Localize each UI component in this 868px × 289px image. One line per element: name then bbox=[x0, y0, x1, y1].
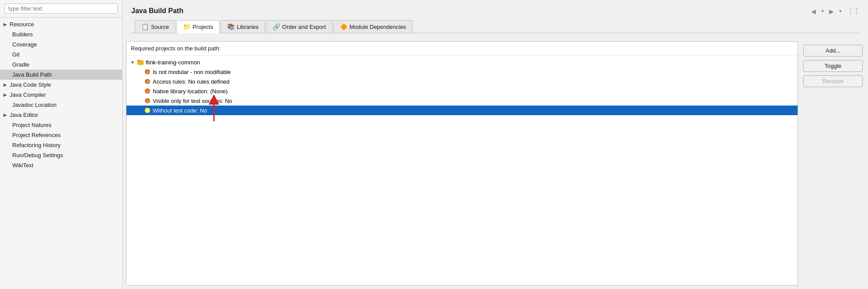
projects-icon: 📁 bbox=[183, 23, 190, 30]
sidebar-item-git[interactable]: Git bbox=[0, 49, 122, 60]
sidebar-item-project-natures[interactable]: Project Natures bbox=[0, 120, 122, 130]
sidebar-item-run-debug-settings[interactable]: Run/Debug Settings bbox=[0, 150, 122, 160]
tab-projects-label: Projects bbox=[192, 24, 213, 30]
tab-projects[interactable]: 📁 Projects bbox=[176, 20, 220, 33]
top-right-nav: ◀ ▼ ▶ ▼ ⋮⋮ bbox=[809, 6, 861, 16]
sidebar-item-label: Gradle bbox=[12, 61, 29, 68]
filter-box bbox=[0, 0, 122, 18]
child-icon-3: J bbox=[144, 97, 151, 104]
sidebar-item-label: Refactoring History bbox=[12, 142, 61, 148]
tab-order-export-label: Order and Export bbox=[282, 24, 326, 30]
page-title: Java Build Path bbox=[131, 7, 859, 15]
back-dropdown-button[interactable]: ▼ bbox=[819, 8, 826, 14]
tree-root-node[interactable]: ▼ flink-training-common bbox=[126, 57, 798, 67]
child-icon-1: J bbox=[144, 78, 151, 85]
child-node-label-1: Access rules: No rules defined bbox=[153, 78, 230, 85]
sidebar-item-resource[interactable]: ▶ Resource bbox=[0, 19, 122, 29]
sidebar-item-label: WikiText bbox=[12, 162, 33, 169]
sidebar-item-refactoring-history[interactable]: Refactoring History bbox=[0, 140, 122, 150]
tab-module-dependencies[interactable]: 🔶 Module Dependencies bbox=[333, 20, 413, 33]
svg-text:J: J bbox=[147, 109, 149, 113]
right-buttons-panel: Add... Toggle Remove bbox=[798, 38, 868, 289]
sidebar-item-label: Coverage bbox=[12, 41, 37, 48]
sidebar-item-label: Project References bbox=[12, 132, 61, 138]
main-content: ◀ ▼ ▶ ▼ ⋮⋮ Java Build Path 📋 Source 📁 Pr… bbox=[122, 0, 868, 289]
panel-area: Required projects on the build path: ▼ f… bbox=[122, 38, 868, 289]
back-button[interactable]: ◀ bbox=[809, 7, 818, 16]
sidebar-item-java-editor[interactable]: ▶ Java Editor bbox=[0, 110, 122, 120]
remove-button[interactable]: Remove bbox=[803, 75, 863, 87]
sidebar-item-coverage[interactable]: Coverage bbox=[0, 39, 122, 49]
sidebar-item-label: Run/Debug Settings bbox=[12, 152, 63, 159]
child-icon-4: J bbox=[144, 107, 151, 114]
sidebar-item-java-build-path[interactable]: Java Build Path bbox=[0, 70, 122, 80]
sidebar-item-label: Project Natures bbox=[12, 122, 52, 128]
forward-dropdown-button[interactable]: ▼ bbox=[836, 8, 844, 14]
sidebar-item-java-code-style[interactable]: ▶ Java Code Style bbox=[0, 80, 122, 90]
add-button[interactable]: Add... bbox=[803, 45, 863, 56]
svg-text:J: J bbox=[147, 89, 149, 94]
svg-text:J: J bbox=[147, 70, 149, 74]
sidebar-item-builders[interactable]: Builders bbox=[0, 29, 122, 39]
sidebar-item-label: Java Code Style bbox=[10, 81, 51, 88]
chevron-right-icon: ▶ bbox=[4, 82, 7, 87]
svg-rect-2 bbox=[138, 61, 143, 64]
filter-input[interactable] bbox=[4, 4, 118, 14]
sidebar-item-label: Git bbox=[12, 51, 20, 58]
source-icon: 📋 bbox=[141, 23, 149, 30]
tab-libraries-label: Libraries bbox=[237, 24, 259, 30]
tabs-bar: 📋 Source 📁 Projects 📚 Libraries 🔗 Order … bbox=[131, 20, 859, 33]
main-header: Java Build Path 📋 Source 📁 Projects 📚 Li… bbox=[122, 0, 868, 38]
sidebar-item-wikitext[interactable]: WikiText bbox=[0, 160, 122, 170]
sidebar-item-label: Java Compiler bbox=[10, 92, 46, 98]
menu-button[interactable]: ⋮⋮ bbox=[845, 6, 861, 16]
tree-panel: Required projects on the build path: ▼ f… bbox=[126, 41, 798, 285]
sidebar-list: ▶ Resource Builders Coverage Git Gradle … bbox=[0, 18, 122, 289]
child-node-label-0: Is not modular - non modifiable bbox=[153, 69, 231, 75]
sidebar-item-javadoc-location[interactable]: Javadoc Location bbox=[0, 100, 122, 110]
child-icon-2: J bbox=[144, 88, 151, 95]
svg-text:J: J bbox=[147, 99, 149, 103]
tab-module-dependencies-label: Module Dependencies bbox=[350, 24, 406, 30]
panel-description: Required projects on the build path: bbox=[126, 42, 798, 56]
sidebar-item-label: Java Build Path bbox=[12, 71, 52, 78]
module-deps-icon: 🔶 bbox=[340, 23, 347, 30]
tab-source-label: Source bbox=[151, 24, 169, 30]
svg-text:J: J bbox=[147, 80, 149, 84]
sidebar-item-label: Javadoc Location bbox=[12, 102, 56, 108]
order-export-icon: 🔗 bbox=[273, 23, 280, 30]
tab-libraries[interactable]: 📚 Libraries bbox=[220, 20, 265, 33]
tab-source[interactable]: 📋 Source bbox=[135, 20, 175, 33]
tree-child-node-0[interactable]: J Is not modular - non modifiable bbox=[126, 67, 798, 77]
sidebar-item-gradle[interactable]: Gradle bbox=[0, 60, 122, 70]
chevron-right-icon: ▶ bbox=[4, 22, 7, 27]
forward-button[interactable]: ▶ bbox=[827, 7, 836, 16]
chevron-right-icon: ▶ bbox=[4, 113, 7, 117]
root-node-label: flink-training-common bbox=[146, 59, 200, 66]
child-icon-0: J bbox=[144, 68, 151, 75]
sidebar: ▶ Resource Builders Coverage Git Gradle … bbox=[0, 0, 122, 289]
sidebar-item-label: Builders bbox=[12, 31, 33, 38]
expand-icon[interactable]: ▼ bbox=[130, 60, 135, 65]
tab-order-export[interactable]: 🔗 Order and Export bbox=[266, 20, 332, 33]
sidebar-item-project-references[interactable]: Project References bbox=[0, 130, 122, 140]
tree-child-node-1[interactable]: J Access rules: No rules defined bbox=[126, 77, 798, 86]
toggle-button[interactable]: Toggle bbox=[803, 60, 863, 72]
sidebar-item-label: Java Editor bbox=[10, 112, 38, 118]
sidebar-item-java-compiler[interactable]: ▶ Java Compiler bbox=[0, 90, 122, 100]
sidebar-item-label: Resource bbox=[10, 21, 34, 28]
folder-icon bbox=[137, 59, 144, 66]
chevron-right-icon: ▶ bbox=[4, 92, 7, 97]
libraries-icon: 📚 bbox=[227, 23, 234, 30]
